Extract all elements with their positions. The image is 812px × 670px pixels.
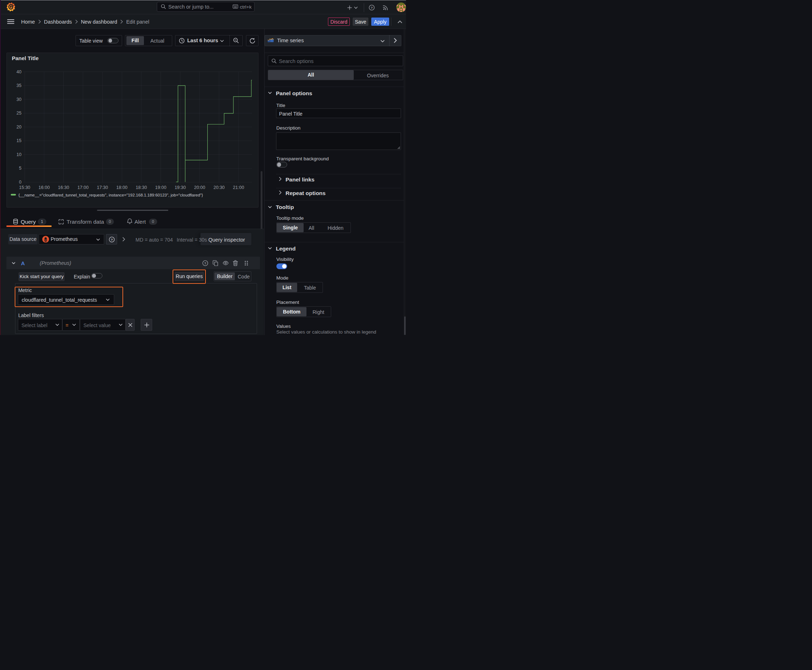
svg-text:{__name__="cloudflared_tunnel_: {__name__="cloudflared_tunnel_total_requ… (19, 193, 203, 197)
svg-text:10: 10 (17, 152, 22, 157)
svg-text:16:30: 16:30 (58, 185, 69, 190)
svg-text:18:30: 18:30 (136, 185, 147, 190)
svg-text:?: ? (371, 6, 373, 10)
svg-text:19:30: 19:30 (175, 185, 186, 190)
svg-text:20:30: 20:30 (214, 185, 224, 190)
svg-text:17:30: 17:30 (97, 185, 108, 190)
svg-text:5: 5 (19, 166, 22, 171)
svg-text:18:00: 18:00 (116, 185, 127, 190)
svg-text:15:30: 15:30 (19, 185, 30, 190)
svg-text:0: 0 (19, 180, 22, 185)
svg-text:17:00: 17:00 (77, 185, 88, 190)
svg-text:?: ? (204, 261, 206, 265)
svg-text:21:00: 21:00 (233, 185, 244, 190)
svg-text:19:00: 19:00 (155, 185, 166, 190)
svg-text:15: 15 (17, 138, 22, 143)
svg-text:30: 30 (17, 97, 22, 102)
svg-text:25: 25 (17, 111, 22, 116)
svg-text:35: 35 (17, 83, 22, 88)
svg-text:40: 40 (17, 69, 22, 74)
svg-text:?: ? (111, 238, 113, 241)
svg-text:16:00: 16:00 (39, 185, 50, 190)
svg-text:20:00: 20:00 (194, 185, 205, 190)
svg-text:20: 20 (17, 125, 22, 130)
